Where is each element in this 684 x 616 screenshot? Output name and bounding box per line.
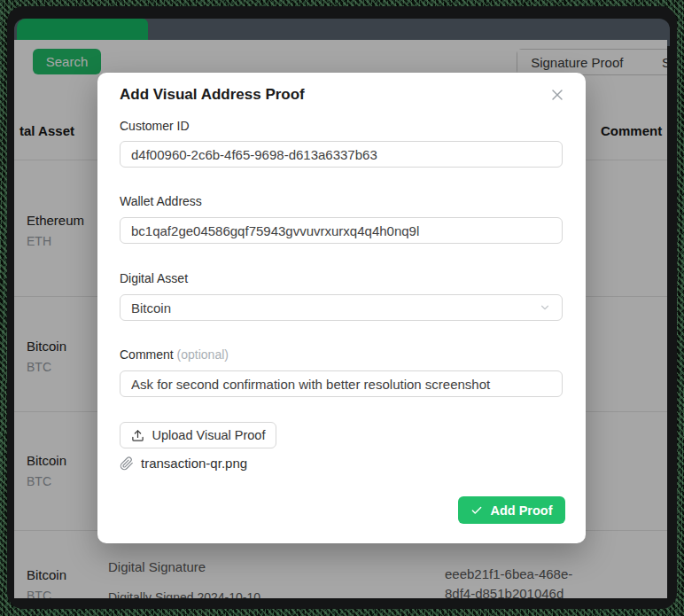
comment-optional-tag: (optional) — [177, 347, 229, 362]
browser-window: Search Signature Proof Sato tal Asset Co… — [7, 6, 677, 609]
digital-asset-label: Digital Asset — [120, 271, 188, 285]
modal-title: Add Visual Address Proof — [120, 86, 305, 104]
comment-label-text: Comment — [120, 347, 174, 362]
add-visual-address-proof-modal: Add Visual Address Proof Customer ID Wal… — [97, 73, 586, 543]
close-icon[interactable] — [548, 86, 566, 104]
check-icon — [470, 504, 483, 517]
add-proof-button-label: Add Proof — [490, 503, 552, 518]
customer-id-field[interactable] — [120, 141, 563, 168]
digital-asset-selected-value: Bitcoin — [131, 300, 539, 316]
attachment-row: transaction-qr.png — [120, 456, 247, 471]
paperclip-icon — [120, 456, 134, 471]
comment-label: Comment (optional) — [120, 347, 229, 362]
comment-field[interactable] — [120, 370, 563, 397]
digital-asset-select[interactable]: Bitcoin — [120, 294, 563, 321]
attachment-filename: transaction-qr.png — [141, 456, 247, 471]
wallet-address-label: Wallet Address — [120, 194, 202, 208]
chevron-down-icon — [539, 301, 551, 314]
add-proof-button[interactable]: Add Proof — [458, 496, 565, 524]
upload-icon — [131, 429, 144, 442]
upload-button-label: Upload Visual Proof — [152, 428, 266, 442]
upload-visual-proof-button[interactable]: Upload Visual Proof — [120, 422, 276, 448]
page-content: Search Signature Proof Sato tal Asset Co… — [14, 40, 667, 598]
wallet-address-field[interactable] — [120, 217, 563, 244]
customer-id-label: Customer ID — [120, 119, 190, 133]
